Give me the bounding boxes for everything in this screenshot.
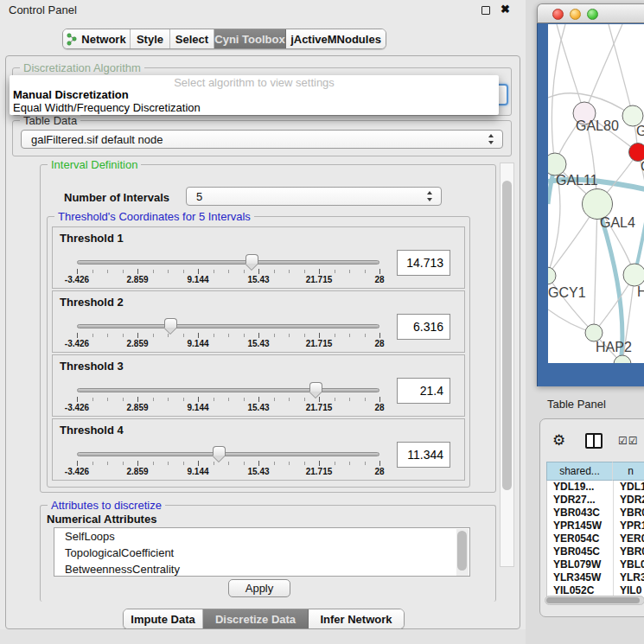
threshold-value-field[interactable]: 14.713: [397, 250, 450, 276]
table-horizontal-scrollbar[interactable]: [545, 596, 644, 605]
table-row[interactable]: YLR345WYLR3: [547, 571, 644, 584]
popup-item-manual-discretization[interactable]: Manual Discretization: [13, 88, 129, 101]
attribute-list-item[interactable]: TopologicalCoefficient: [54, 545, 469, 561]
threshold-value-field[interactable]: 11.344: [397, 442, 450, 468]
tab-discretize-data[interactable]: Discretize Data: [203, 609, 309, 628]
table-cell[interactable]: YPR1: [614, 520, 644, 532]
tab-jactivemnodules[interactable]: jActiveMNodules: [286, 29, 386, 48]
threshold-value-field[interactable]: 6.316: [397, 314, 450, 340]
scrollbar-thumb[interactable]: [502, 181, 512, 490]
slider-tick: [379, 269, 380, 274]
slider-tick: [228, 462, 229, 465]
table-row[interactable]: YPR145WYPR1: [547, 520, 644, 532]
table-row[interactable]: YBR045CYBR0: [547, 545, 644, 558]
slider-tick: [365, 334, 366, 337]
slider-tick: [335, 462, 335, 465]
table-cell[interactable]: YBL079W: [547, 558, 614, 571]
slider-tick: [137, 269, 138, 274]
slider-thumb[interactable]: [164, 318, 177, 328]
node-label-g-top: G: [636, 124, 644, 138]
network-node-gcy1[interactable]: [548, 267, 556, 284]
table-row[interactable]: YDR27...YDR2: [547, 494, 644, 507]
slider-tick: [244, 270, 245, 273]
slider-tick-label: 21.715: [306, 275, 333, 284]
table-row[interactable]: YBR043CYBR0: [547, 507, 644, 520]
numerical-attributes-list[interactable]: SelfLoopsTopologicalCoefficientBetweenne…: [54, 527, 470, 577]
table-cell[interactable]: YLR345W: [547, 571, 614, 584]
scrollbar-thumb[interactable]: [546, 597, 640, 603]
slider-tick-label: 21.715: [306, 339, 333, 348]
table-cell[interactable]: YPR145W: [547, 520, 614, 532]
tab-label: Style: [137, 33, 163, 46]
network-canvas[interactable]: GAL80GCGAL11GAL4GCY1HHAP2: [548, 24, 644, 363]
table-cell[interactable]: YBL0: [614, 558, 644, 571]
table-row[interactable]: YDL19...YDL1: [547, 481, 644, 494]
network-view-window: GAL80GCGAL11GAL4GCY1HHAP2: [537, 3, 644, 386]
close-traffic-light[interactable]: [552, 9, 564, 20]
table-data-combobox[interactable]: galFiltered.sif default node: [21, 130, 503, 149]
tab-style[interactable]: Style: [131, 29, 170, 48]
attribute-list-item[interactable]: BetweennessCentrality: [54, 561, 469, 577]
network-node-hap2[interactable]: [585, 324, 603, 341]
table-cell[interactable]: YER054C: [547, 532, 614, 545]
threshold-slider[interactable]: [77, 452, 379, 456]
slider-thumb[interactable]: [245, 254, 258, 264]
close-icon[interactable]: ✖: [501, 3, 510, 16]
split-columns-icon[interactable]: [585, 433, 603, 449]
network-node-edge-node[interactable]: [614, 355, 631, 363]
apply-button[interactable]: Apply: [228, 579, 290, 597]
slider-tick: [183, 334, 184, 337]
attributes-scrollbar[interactable]: [456, 529, 469, 577]
threshold-slider[interactable]: [77, 324, 379, 328]
gear-icon[interactable]: ⚙: [552, 431, 565, 450]
threshold-slider[interactable]: [77, 260, 379, 265]
table-cell[interactable]: YBR0: [614, 507, 644, 520]
table-cell[interactable]: YDR27...: [547, 494, 614, 507]
table-cell[interactable]: YBR045C: [547, 545, 614, 558]
slider-tick-label: 15.43: [247, 467, 269, 476]
slider-tick: [349, 398, 350, 401]
slider-tick: [183, 398, 184, 401]
threshold-value-field[interactable]: 21.4: [397, 378, 450, 404]
attribute-list-item[interactable]: SelfLoops: [54, 528, 469, 545]
table-cell[interactable]: YBR043C: [547, 507, 614, 520]
minimize-traffic-light[interactable]: [570, 9, 581, 20]
tab-network[interactable]: Network: [63, 29, 131, 48]
table-cell[interactable]: YLR3: [614, 571, 644, 584]
table-cell[interactable]: YDL19...: [547, 481, 614, 494]
column-header-name[interactable]: n: [613, 462, 644, 481]
column-header-shared-name[interactable]: shared...: [546, 462, 613, 481]
slider-thumb[interactable]: [309, 382, 322, 392]
slider-tick: [168, 398, 169, 401]
table-row[interactable]: YER054CYER0: [547, 532, 644, 545]
table-row[interactable]: YBL079WYBL0: [547, 558, 644, 571]
slider-tick: [183, 462, 184, 465]
tab-impute-data[interactable]: Impute Data: [124, 609, 203, 628]
popup-item-equal-width-frequency[interactable]: Equal Width/Frequency Discretization: [13, 101, 201, 114]
tab-select[interactable]: Select: [170, 29, 214, 48]
settings-scrollbar[interactable]: [500, 163, 514, 567]
network-node-h-node[interactable]: [623, 264, 644, 286]
tab-cyni-toolbox[interactable]: Cyni Toolbox: [214, 29, 286, 48]
threshold-slider[interactable]: [77, 388, 379, 392]
slider-tick-label: 28: [374, 467, 384, 476]
table-cell[interactable]: YBR0: [614, 545, 644, 558]
spinner-arrows-icon: [427, 191, 433, 201]
control-panel-titlebar[interactable]: Control Panel ✖: [0, 0, 526, 19]
number-of-intervals-combobox[interactable]: 5: [186, 187, 442, 206]
select-columns-checkboxes-icon[interactable]: ☑☑: [618, 435, 639, 447]
slider-tick: [228, 334, 229, 337]
slider-tick: [274, 334, 275, 337]
float-window-icon[interactable]: [481, 6, 490, 15]
slider-tick: [137, 397, 138, 402]
network-window-titlebar[interactable]: [537, 3, 644, 23]
table-cell[interactable]: YDL1: [614, 481, 644, 494]
slider-tick: [137, 333, 138, 338]
slider-tick: [123, 398, 124, 401]
table-cell[interactable]: YER0: [614, 532, 644, 545]
scrollbar-thumb[interactable]: [457, 531, 467, 571]
zoom-traffic-light[interactable]: [587, 9, 598, 20]
tab-infer-network[interactable]: Infer Network: [309, 609, 404, 628]
table-cell[interactable]: YDR2: [614, 494, 644, 507]
slider-thumb[interactable]: [213, 446, 226, 456]
